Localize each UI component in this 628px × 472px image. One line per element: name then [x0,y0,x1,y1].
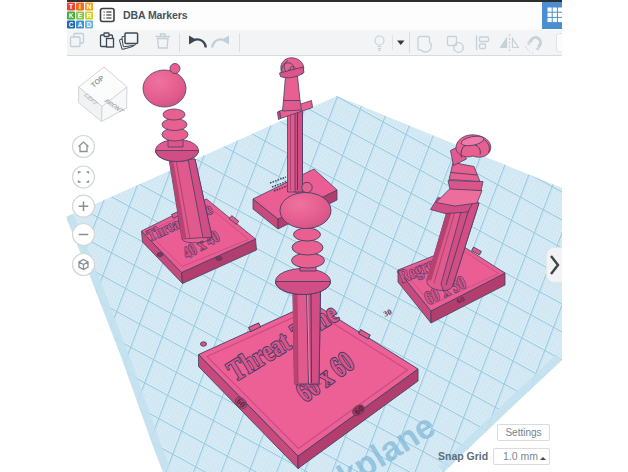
svg-text:A: A [78,21,83,28]
svg-text:N: N [87,3,92,10]
svg-text:D: D [87,21,92,28]
svg-text:E: E [78,12,83,19]
svg-text:R: R [87,12,92,19]
svg-text:C: C [69,21,74,28]
svg-text:T: T [69,3,73,10]
svg-text:K: K [69,12,74,19]
svg-text:I: I [79,3,81,10]
